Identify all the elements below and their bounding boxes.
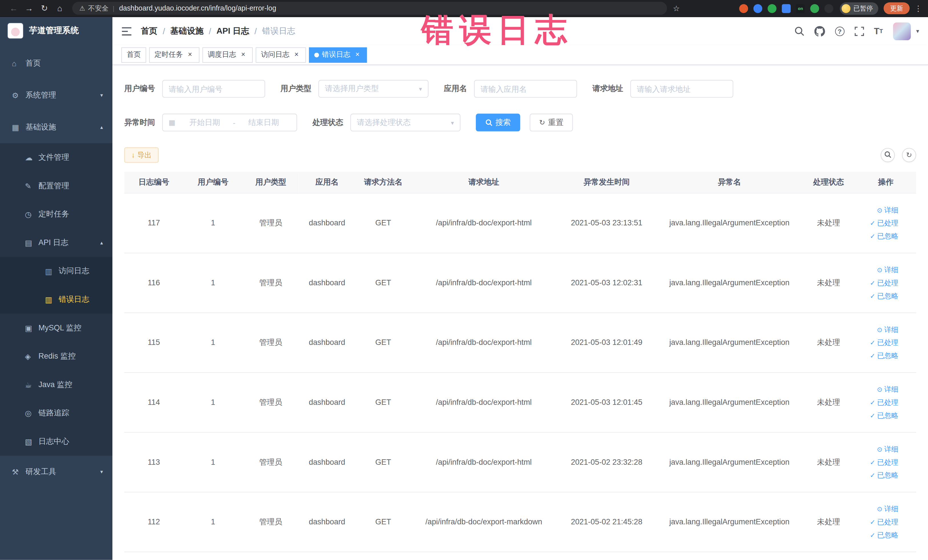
process-status-select[interactable]: 请选择处理状态 ▾ [350,113,461,131]
avatar-caret-down-icon[interactable]: ▾ [916,28,919,35]
tab-4[interactable]: 错误日志× [309,47,367,63]
update-button[interactable]: 更新 [884,2,910,14]
profile-sync-paused-chip[interactable]: 已暂停 [840,2,878,15]
search-icon[interactable] [794,26,804,36]
font-size-icon[interactable]: TT [874,26,883,36]
tab-2[interactable]: 调度日志× [203,47,253,63]
exception-time-range-picker[interactable]: ▦ 开始日期 - 结束日期 [162,113,297,131]
export-button[interactable]: ↓ 导出 [124,148,159,163]
table-cell: 2021-05-03 23:13:51 [556,193,657,253]
breadcrumb-item[interactable]: 首页 [141,26,157,36]
sidebar-item-label: Java 监控 [38,379,72,390]
action-ignored[interactable]: ✓已忽略 [858,409,898,422]
table-cell: dashboard [299,193,355,253]
user-id-input[interactable] [169,84,258,93]
table-cell: java.lang.IllegalArgumentException [657,312,802,372]
search-button[interactable]: 搜索 [476,113,520,131]
action-processed[interactable]: ✓已处理 [858,216,898,229]
github-icon[interactable] [814,26,825,36]
config-pencil-icon: ✎ [25,182,38,190]
breadcrumb-item[interactable]: API 日志 [217,26,249,36]
action-ignored[interactable]: ✓已忽略 [858,349,898,362]
tab-3[interactable]: 访问日志× [256,47,306,63]
table-cell: /api/infra/db-doc/export-html [411,432,556,492]
sidebar-item-access-log[interactable]: ▥访问日志 [0,257,112,285]
tab-0[interactable]: 首页 [121,47,146,63]
action-detail[interactable]: ⊙详细 [858,383,898,396]
extension-on-badge[interactable]: on [796,4,805,12]
tab-close-icon[interactable]: × [239,50,247,59]
action-ignored[interactable]: ✓已忽略 [858,229,898,243]
header-actions: ? TT ▾ [794,22,919,40]
extensions-puzzle-icon[interactable] [824,4,833,12]
sidebar-item-link-trace[interactable]: ◎链路追踪 [0,399,112,427]
hamburger-icon[interactable] [121,26,132,36]
action-ignored[interactable]: ✓已忽略 [858,528,898,542]
app-name-input-wrap [474,80,577,98]
sidebar-item-config-manage[interactable]: ✎配置管理 [0,172,112,200]
row-actions: ⊙详细✓已处理✓已忽略 [855,193,916,253]
sidebar-item-file-manage[interactable]: ☁文件管理 [0,143,112,172]
range-separator: - [232,118,237,127]
user-avatar[interactable] [893,22,911,40]
sidebar-item-api-log[interactable]: ▤API 日志▴ [0,229,112,257]
browser-reload-icon[interactable]: ↻ [37,3,52,13]
action-label: 已处理 [877,398,899,406]
address-bar[interactable]: ⚠ 不安全 | dashboard.yudao.iocoder.cn/infra… [72,2,667,15]
refresh-table-button[interactable]: ↻ [902,148,916,162]
row-actions: ⊙详细✓已处理✓已忽略 [855,492,916,552]
sidebar-item-mysql-monitor[interactable]: ▣MySQL 监控 [0,314,112,342]
browser-forward-icon[interactable]: → [21,3,37,13]
extension-green-circle[interactable] [768,4,777,12]
fullscreen-icon[interactable] [855,26,864,36]
action-ignored[interactable]: ✓已忽略 [858,289,898,302]
sidebar-item-scheduled-job[interactable]: ◷定时任务 [0,200,112,229]
sidebar-item-java-monitor[interactable]: ☕Java 监控 [0,371,112,399]
action-processed[interactable]: ✓已处理 [858,396,898,409]
action-detail[interactable]: ⊙详细 [858,443,898,456]
file-cloud-icon: ☁ [25,153,38,162]
check-icon: ✓ [870,232,875,240]
tab-close-icon[interactable]: × [292,50,301,59]
row-actions: ⊙详细✓已处理✓已忽略 [855,253,916,313]
action-processed[interactable]: ✓已处理 [858,455,898,468]
action-label: 详细 [884,505,898,513]
action-processed[interactable]: ✓已处理 [858,515,898,528]
check-icon: ✓ [870,471,875,478]
breadcrumb-item[interactable]: 基础设施 [170,26,203,36]
extension-blue-circle[interactable] [753,4,762,12]
action-detail[interactable]: ⊙详细 [858,263,898,276]
extension-green-leaf[interactable] [810,4,819,12]
action-detail[interactable]: ⊙详细 [858,502,898,515]
action-processed[interactable]: ✓已处理 [858,336,898,349]
sidebar-item-system[interactable]: ⚙系统管理▾ [0,79,112,111]
tab-close-icon[interactable]: × [353,50,362,59]
sidebar-item-infrastructure[interactable]: ▦基础设施▴ [0,111,112,143]
action-processed[interactable]: ✓已处理 [858,276,898,289]
logo-image [7,23,24,39]
toggle-search-button[interactable] [881,148,895,162]
sidebar-item-redis-monitor[interactable]: ◈Redis 监控 [0,342,112,371]
browser-back-icon[interactable]: ← [6,3,21,13]
sidebar-item-home[interactable]: ⌂首页 [0,47,112,79]
tab-close-icon[interactable]: × [186,50,194,59]
user-type-select[interactable]: 请选择用户类型 ▾ [318,80,429,98]
extension-orange-circle[interactable] [739,4,748,12]
action-ignored[interactable]: ✓已忽略 [858,468,898,482]
tab-1[interactable]: 定时任务× [149,47,199,63]
action-detail[interactable]: ⊙详细 [858,323,898,336]
browser-home-icon[interactable]: ⌂ [52,3,68,13]
bookmark-star-icon[interactable]: ☆ [673,4,680,12]
extension-blue-grid[interactable] [782,4,791,12]
help-icon[interactable]: ? [835,26,844,36]
action-label: 已忽略 [877,531,899,539]
reset-button[interactable]: ↻ 重置 [530,113,573,131]
sidebar-logo[interactable]: 芋道管理系统 [0,17,112,44]
browser-menu-icon[interactable]: ⋮ [914,4,922,12]
sidebar-item-dev-tools[interactable]: ⚒研发工具▾ [0,456,112,488]
request-url-input[interactable] [637,84,727,93]
sidebar-item-log-center[interactable]: ▧日志中心 [0,427,112,456]
action-detail[interactable]: ⊙详细 [858,203,898,217]
app-name-input[interactable] [481,84,571,93]
sidebar-item-error-log[interactable]: ▥错误日志 [0,285,112,314]
